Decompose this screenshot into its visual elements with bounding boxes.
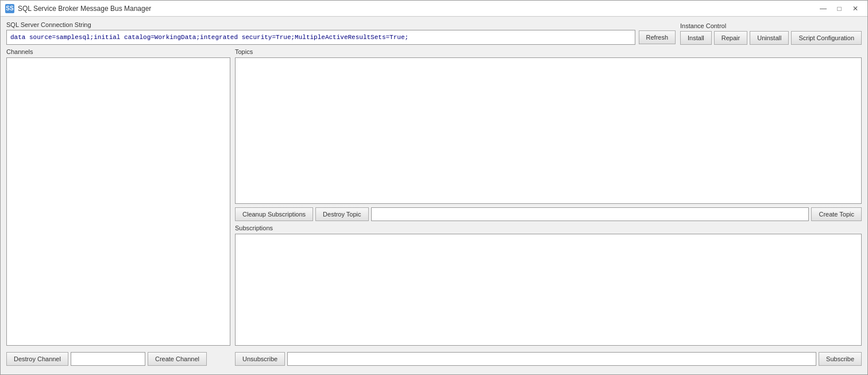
- instance-buttons: Install Repair Uninstall Script Configur…: [680, 31, 862, 45]
- connection-input[interactable]: [6, 30, 635, 45]
- title-bar-controls: — □ ✕: [816, 3, 863, 14]
- channel-name-input[interactable]: [71, 352, 145, 366]
- app-icon-text: SS: [6, 5, 13, 11]
- create-topic-button[interactable]: Create Topic: [811, 207, 862, 221]
- right-panel-inner: Topics Cleanup Subscriptions Destroy Top…: [235, 48, 862, 370]
- install-button[interactable]: Install: [680, 31, 712, 45]
- create-channel-button[interactable]: Create Channel: [148, 352, 207, 366]
- script-config-button[interactable]: Script Configuration: [791, 31, 862, 45]
- top-row: SQL Server Connection String Refresh Ins…: [6, 21, 862, 45]
- subscriptions-list[interactable]: [235, 234, 862, 346]
- connection-row: Refresh: [6, 30, 676, 45]
- right-panel: Topics Cleanup Subscriptions Destroy Top…: [235, 48, 862, 370]
- subscriptions-bottom-bar: Unsubscribe Subscribe: [235, 348, 862, 370]
- topics-label: Topics: [235, 48, 862, 55]
- connection-section: SQL Server Connection String Refresh: [6, 21, 676, 45]
- subscriptions-section: Subscriptions Unsubscribe Subscribe: [235, 225, 862, 370]
- instance-label: Instance Control: [680, 22, 862, 29]
- main-window: SS SQL Service Broker Message Bus Manage…: [0, 0, 868, 375]
- refresh-button[interactable]: Refresh: [639, 30, 676, 44]
- channels-label: Channels: [6, 48, 230, 55]
- close-button[interactable]: ✕: [848, 3, 863, 14]
- left-panel: Channels Destroy Channel Create Channel: [6, 48, 230, 370]
- minimize-button[interactable]: —: [816, 3, 831, 14]
- window-title: SQL Service Broker Message Bus Manager: [18, 5, 151, 13]
- subscribe-button[interactable]: Subscribe: [819, 352, 862, 366]
- topics-actions: Cleanup Subscriptions Destroy Topic Crea…: [235, 207, 862, 221]
- destroy-channel-button[interactable]: Destroy Channel: [6, 352, 68, 366]
- main-panels: Channels Destroy Channel Create Channel …: [6, 48, 862, 370]
- connection-label: SQL Server Connection String: [6, 21, 676, 28]
- topic-name-input[interactable]: [371, 207, 809, 221]
- repair-button[interactable]: Repair: [714, 31, 747, 45]
- channels-bottom-bar: Destroy Channel Create Channel: [6, 348, 230, 370]
- unsubscribe-button[interactable]: Unsubscribe: [235, 352, 285, 366]
- destroy-topic-button[interactable]: Destroy Topic: [315, 207, 368, 221]
- app-icon: SS: [5, 4, 14, 13]
- maximize-button[interactable]: □: [832, 3, 847, 14]
- instance-section: Instance Control Install Repair Uninstal…: [680, 22, 862, 45]
- content-area: SQL Server Connection String Refresh Ins…: [1, 17, 867, 374]
- title-bar: SS SQL Service Broker Message Bus Manage…: [1, 1, 867, 17]
- uninstall-button[interactable]: Uninstall: [750, 31, 789, 45]
- subscriptions-label: Subscriptions: [235, 225, 862, 231]
- cleanup-subscriptions-button[interactable]: Cleanup Subscriptions: [235, 207, 313, 221]
- subscribe-input[interactable]: [287, 352, 816, 366]
- title-bar-left: SS SQL Service Broker Message Bus Manage…: [5, 4, 151, 13]
- topics-list[interactable]: [235, 57, 862, 204]
- channels-list[interactable]: [6, 57, 230, 346]
